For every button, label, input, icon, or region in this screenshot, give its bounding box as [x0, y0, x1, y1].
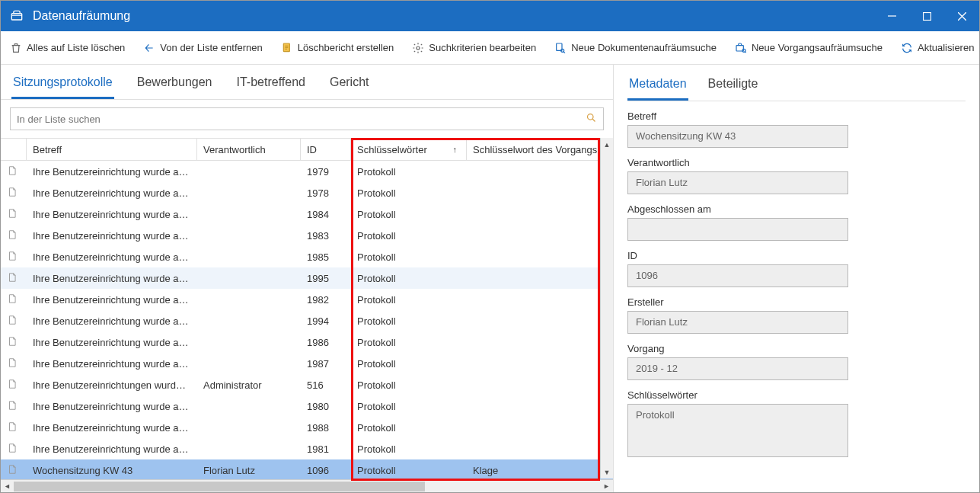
toolbar-delete-all[interactable]: Alles auf Liste löschen [10, 42, 125, 54]
cell-betreff: Ihre Benutzereinrichtung wurde aktua... [27, 273, 197, 284]
cell-id: 1982 [301, 294, 351, 306]
cell-keywords: Protokoll [351, 401, 467, 412]
cell-keywords: Protokoll [351, 187, 467, 199]
col-keywords[interactable]: Schlüsselwörter ↑ [351, 139, 467, 160]
window-title: Datenaufräumung [33, 9, 130, 23]
table-row[interactable]: Ihre Benutzereinrichtung wurde aktua...1… [1, 289, 613, 310]
toolbar-criteria[interactable]: Suchkriterien bearbeiten [412, 42, 536, 54]
svg-line-14 [592, 119, 595, 121]
row-icon [1, 464, 27, 477]
value-verantwortlich: Florian Lutz [627, 171, 848, 194]
toolbar-refresh[interactable]: Aktualisieren [901, 42, 974, 54]
cell-keywords: Protokoll [351, 209, 467, 220]
col-icon[interactable] [1, 139, 27, 160]
scroll-right-icon[interactable]: ► [600, 482, 613, 490]
horizontal-scrollbar[interactable]: ◄ ► [1, 479, 613, 492]
svg-line-9 [563, 51, 565, 53]
tab-it[interactable]: IT-betreffend [235, 71, 307, 99]
close-button[interactable] [944, 1, 979, 31]
table-row[interactable]: Ihre Benutzereinrichtung wurde aktua...1… [1, 353, 613, 374]
toolbar-label: Von der Liste entfernen [160, 42, 262, 53]
label-verantwortlich: Verantwortlich [627, 157, 966, 168]
document-icon [7, 187, 18, 197]
cell-keywords: Protokoll [351, 294, 467, 306]
table-row[interactable]: Ihre Benutzereinrichtung wurde aktua...1… [1, 310, 613, 331]
value-betreff: Wochensitzung KW 43 [627, 125, 848, 148]
table-row[interactable]: Ihre Benutzereinrichtung wurde aktua...1… [1, 246, 613, 267]
vertical-scrollbar[interactable]: ▲ ▼ [600, 138, 613, 479]
table-row[interactable]: Ihre Benutzereinrichtung wurde aktua...1… [1, 182, 613, 203]
tab-sitzungsprotokolle[interactable]: Sitzungsprotokolle [11, 71, 114, 99]
search-input[interactable] [17, 114, 586, 125]
row-icon [1, 315, 27, 328]
row-icon [1, 357, 27, 370]
sort-asc-icon: ↑ [453, 145, 458, 154]
tab-gericht[interactable]: Gericht [328, 71, 371, 99]
document-icon [7, 229, 18, 240]
col-verantwortlich[interactable]: Verantwortlich [197, 139, 301, 160]
scroll-left-icon[interactable]: ◄ [1, 482, 14, 490]
cell-id: 1985 [301, 251, 351, 263]
gear-icon [412, 42, 424, 54]
table-row[interactable]: Ihre Benutzereinrichtung wurde aktua...1… [1, 225, 613, 246]
trash-icon [10, 42, 22, 54]
cell-keywords: Protokoll [351, 379, 467, 391]
detail-tab-metadaten[interactable]: Metadaten [627, 74, 688, 101]
row-icon [1, 336, 27, 349]
document-icon [7, 165, 18, 176]
back-icon [143, 42, 155, 54]
value-abgeschlossen [627, 218, 848, 241]
value-id: 1096 [627, 264, 848, 287]
row-icon [1, 293, 27, 306]
maximize-button[interactable] [909, 1, 944, 31]
label-betreff: Betreff [627, 110, 966, 122]
toolbar-remove[interactable]: Von der Liste entfernen [143, 42, 262, 54]
toolbar-label: Löschbericht erstellen [298, 42, 394, 53]
cell-betreff: Ihre Benutzereinrichtung wurde aktua... [27, 315, 197, 327]
search-box[interactable] [10, 107, 604, 130]
table-row[interactable]: Ihre Benutzereinrichtungen wurden akt...… [1, 374, 613, 395]
table-row[interactable]: Wochensitzung KW 43Florian Lutz1096Proto… [1, 459, 613, 479]
document-icon [7, 357, 18, 368]
detail-tabs: MetadatenBeteiligte [627, 74, 966, 101]
col-betreff[interactable]: Betreff [27, 139, 197, 160]
table-row[interactable]: Ihre Benutzereinrichtung wurde aktua...1… [1, 203, 613, 225]
label-ersteller: Ersteller [627, 296, 966, 308]
cell-betreff: Ihre Benutzereinrichtung wurde aktua... [27, 443, 197, 455]
doc-search-icon [554, 42, 567, 54]
cell-vorgang-keyword: Klage [467, 465, 613, 476]
cell-keywords: Protokoll [351, 251, 467, 263]
table-body: Ihre Benutzereinrichtung wurde aktua...1… [1, 161, 613, 479]
cell-keywords: Protokoll [351, 166, 467, 178]
table-row[interactable]: Ihre Benutzereinrichtung wurde aktua...1… [1, 161, 613, 182]
cell-id: 1986 [301, 337, 351, 348]
col-id[interactable]: ID [301, 139, 351, 160]
table-row[interactable]: Ihre Benutzereinrichtung wurde aktua...1… [1, 331, 613, 353]
cell-betreff: Ihre Benutzereinrichtung wurde aktua... [27, 209, 197, 220]
document-icon [7, 421, 18, 432]
row-icon [1, 251, 27, 264]
table-row[interactable]: Ihre Benutzereinrichtung wurde aktua...1… [1, 438, 613, 459]
document-icon [7, 272, 18, 283]
toolbar-doc-search[interactable]: Neue Dokumentenaufräumsuche [554, 42, 717, 54]
search-icon [586, 112, 597, 126]
col-vorgang-keyword[interactable]: Schlüsselwort des Vorgangs [467, 139, 613, 160]
table-row[interactable]: Ihre Benutzereinrichtung wurde aktua...1… [1, 417, 613, 438]
table-row[interactable]: Ihre Benutzereinrichtung wurde aktua...1… [1, 267, 613, 289]
table-header: Betreff Verantwortlich ID Schlüsselwörte… [1, 138, 613, 161]
table-row[interactable]: Ihre Benutzereinrichtung wurde aktua...1… [1, 395, 613, 417]
toolbar: Alles auf Liste löschenVon der Liste ent… [1, 31, 979, 65]
toolbar-report[interactable]: Löschbericht erstellen [281, 42, 394, 54]
scroll-down-icon[interactable]: ▼ [601, 466, 613, 479]
tab-bewerbungen[interactable]: Bewerbungen [136, 71, 214, 99]
scroll-thumb[interactable] [14, 482, 425, 491]
minimize-button[interactable] [874, 1, 909, 31]
field-betreff: Betreff Wochensitzung KW 43 [627, 110, 966, 148]
scroll-up-icon[interactable]: ▲ [601, 138, 613, 151]
cell-id: 1994 [301, 315, 351, 327]
detail-tab-beteiligte[interactable]: Beteiligte [707, 74, 760, 101]
row-icon [1, 400, 27, 413]
label-abgeschlossen: Abgeschlossen am [627, 203, 966, 215]
toolbar-label: Aktualisieren [918, 42, 974, 53]
toolbar-case-search[interactable]: Neue Vorgangsaufräumsuche [735, 42, 883, 54]
